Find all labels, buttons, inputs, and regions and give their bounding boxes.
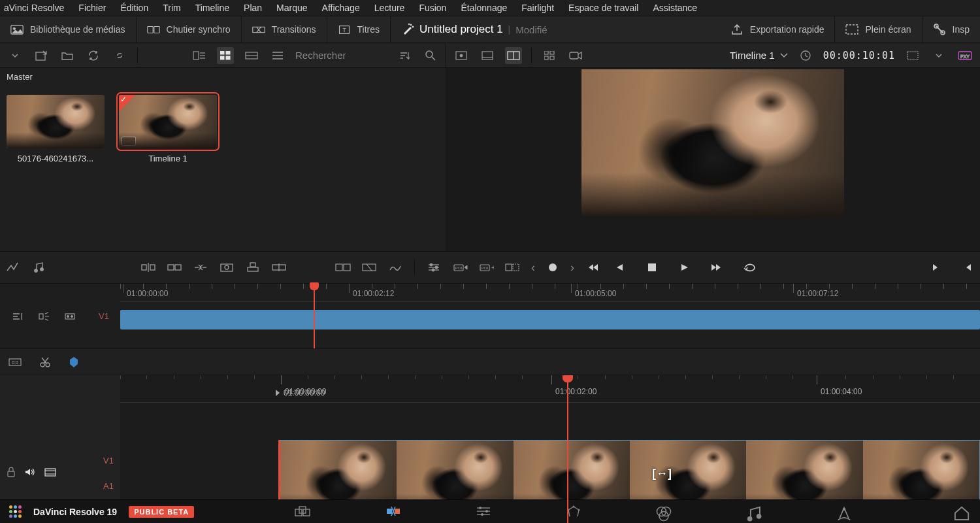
viewer-single-icon[interactable] xyxy=(453,47,470,64)
deliver-page-icon[interactable] xyxy=(835,505,853,519)
sync-icon[interactable] xyxy=(85,47,102,64)
record-button[interactable] xyxy=(544,259,561,276)
menu-item[interactable]: Étalonnage xyxy=(461,3,507,13)
menu-item[interactable]: Édition xyxy=(120,3,148,13)
master-bin-label[interactable]: Master xyxy=(7,72,439,90)
marker-icon[interactable] xyxy=(67,355,81,369)
timeline-ruler[interactable]: 01:00:00:00 01:00:00:0001:00:02:0001:00:… xyxy=(120,375,980,403)
poi-prev-icon[interactable]: POI xyxy=(451,259,468,276)
metadata-view-icon[interactable] xyxy=(191,47,208,64)
fairlight-page-icon[interactable] xyxy=(745,505,763,519)
source-overwrite-icon[interactable] xyxy=(270,259,287,276)
timeline-thumbnail xyxy=(119,95,217,148)
mini-tool2-icon[interactable] xyxy=(35,308,52,325)
chevron-down-icon[interactable] xyxy=(7,47,24,64)
append-icon[interactable] xyxy=(166,259,183,276)
enhance-icon[interactable] xyxy=(387,259,404,276)
menu-item[interactable]: Plan xyxy=(244,3,262,13)
tools-dropdown-icon[interactable] xyxy=(335,259,351,276)
filmstrip-icon[interactable] xyxy=(44,468,56,479)
import-media-icon[interactable] xyxy=(33,47,50,64)
link-icon[interactable] xyxy=(111,47,128,64)
cut-page-icon[interactable] xyxy=(384,505,402,519)
next-clip-button[interactable] xyxy=(928,259,945,276)
mini-playhead[interactable] xyxy=(314,284,315,348)
inspector-button[interactable]: Insp xyxy=(923,16,980,42)
split-icon[interactable] xyxy=(504,259,521,276)
smart-insert-icon[interactable] xyxy=(140,259,157,276)
audio-icon[interactable] xyxy=(25,467,35,479)
mini-tool1-icon[interactable] xyxy=(9,308,26,325)
timeline-item[interactable]: Timeline 1 xyxy=(119,95,217,163)
mini-timeline-track[interactable]: 01:00:00:0001:00:02:1201:00:05:0001:00:0… xyxy=(120,284,980,348)
sliders-icon[interactable] xyxy=(425,259,442,276)
menu-item[interactable]: Fairlight xyxy=(521,3,554,13)
strip-view-icon[interactable] xyxy=(243,47,260,64)
menu-item[interactable]: Espace de travail xyxy=(568,3,638,13)
loop-button[interactable] xyxy=(742,259,759,276)
search-input[interactable] xyxy=(295,50,387,61)
closeup-icon[interactable] xyxy=(218,259,235,276)
transitions-tab[interactable]: Transitions xyxy=(242,16,327,42)
menu-item[interactable]: Lecture xyxy=(374,3,405,13)
poi-next-icon[interactable]: POI+ xyxy=(478,259,495,276)
camera-icon[interactable] xyxy=(567,47,584,64)
menu-item[interactable]: Marque xyxy=(276,3,307,13)
menu-item[interactable]: Affichage xyxy=(322,3,360,13)
timeline-playhead[interactable] xyxy=(567,375,568,523)
viewer-dual-icon[interactable] xyxy=(505,47,522,64)
menu-item[interactable]: Fichier xyxy=(78,3,106,13)
menu-item[interactable]: aVinci Resolve xyxy=(4,3,64,13)
edit-page-icon[interactable] xyxy=(474,505,493,519)
viewer-strip-icon[interactable] xyxy=(479,47,496,64)
prev-frame-button[interactable] xyxy=(611,259,628,276)
list-view-icon[interactable] xyxy=(269,47,286,64)
prev-clip-button[interactable] xyxy=(959,259,976,276)
ripple-overwrite-icon[interactable] xyxy=(192,259,209,276)
menu-item[interactable]: Fusion xyxy=(419,3,446,13)
lock-icon[interactable] xyxy=(7,467,16,479)
track-label-a1[interactable]: A1 xyxy=(103,481,114,491)
clock-icon[interactable] xyxy=(797,47,814,64)
boring-detector-icon[interactable] xyxy=(4,259,21,276)
mini-ruler[interactable]: 01:00:00:0001:00:02:1201:00:05:0001:00:0… xyxy=(120,284,980,302)
fullscreen-button[interactable]: Plein écran xyxy=(835,16,922,42)
media-library-tab[interactable]: Bibliothèque de médias xyxy=(0,16,137,42)
thumbnail-view-icon[interactable] xyxy=(217,47,234,64)
play-button[interactable] xyxy=(676,259,693,276)
mini-clip[interactable] xyxy=(120,310,980,329)
mini-tool3-icon[interactable] xyxy=(61,308,78,325)
media-page-icon[interactable] xyxy=(294,505,312,519)
go-start-button[interactable] xyxy=(583,259,600,276)
viewer-preview[interactable] xyxy=(581,69,844,217)
menu-item[interactable]: Trim xyxy=(163,3,180,13)
home-icon[interactable] xyxy=(953,505,971,519)
menu-item[interactable]: Assistance xyxy=(653,3,697,13)
razor-icon[interactable] xyxy=(37,354,54,371)
color-page-icon[interactable] xyxy=(655,505,673,519)
safe-area-icon[interactable] xyxy=(904,47,921,64)
timecode-tool-icon[interactable]: 0:0 xyxy=(7,354,24,371)
menu-item[interactable]: Timeline xyxy=(195,3,229,13)
timecode-display[interactable]: 00:00:10:01 xyxy=(823,50,895,61)
sync-bin-tab[interactable]: Chutier synchro xyxy=(137,16,242,42)
go-end-button[interactable] xyxy=(709,259,726,276)
quick-export-button[interactable]: Exportation rapide xyxy=(720,16,836,42)
stop-button[interactable] xyxy=(644,259,661,276)
transition-icon[interactable] xyxy=(361,259,378,276)
titles-tab[interactable]: T Titres xyxy=(327,16,391,42)
proxy-icon[interactable]: PXY xyxy=(956,47,973,64)
chevron-down-icon[interactable] xyxy=(930,47,947,64)
music-icon[interactable] xyxy=(30,259,47,276)
place-on-top-icon[interactable] xyxy=(244,259,261,276)
timeline-dropdown[interactable]: Timeline 1 xyxy=(730,50,788,61)
sort-icon[interactable] xyxy=(396,47,413,64)
viewer-grid-icon[interactable] xyxy=(541,47,558,64)
media-clip-item[interactable]: 50176-460241673... xyxy=(7,95,105,163)
import-folder-icon[interactable] xyxy=(59,47,76,64)
track-header-v1[interactable]: V1 A1 xyxy=(0,439,120,507)
jog-right-icon[interactable]: › xyxy=(570,261,574,275)
jog-left-icon[interactable]: ‹ xyxy=(531,261,535,275)
search-icon[interactable] xyxy=(422,47,439,64)
track-label-v1[interactable]: V1 xyxy=(103,456,114,465)
